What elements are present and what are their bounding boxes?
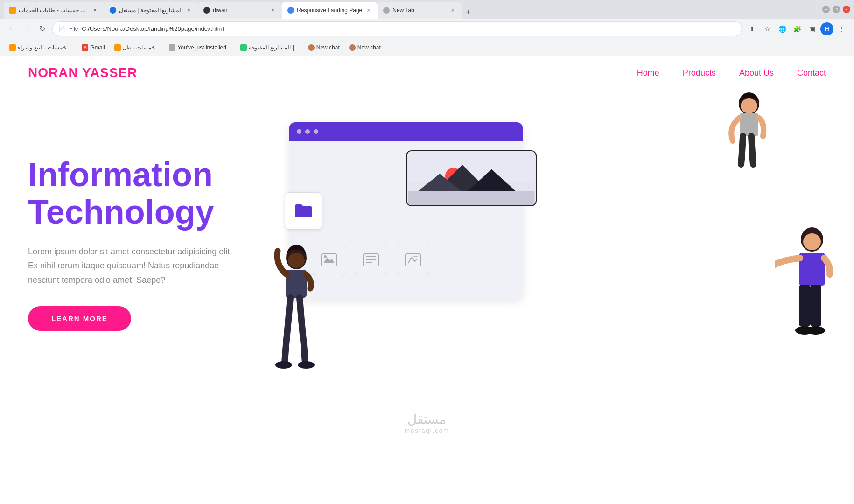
bookmark-gmail-icon: M: [82, 44, 88, 51]
bookmark-mostaql-icon: [240, 44, 247, 51]
bookmark-khamsat2[interactable]: خمسات - طل...: [111, 42, 164, 53]
hero-description: Lorem ipsum dolor sit amet consectetur a…: [28, 245, 233, 287]
title-bar: مجتمع خمسات - طلبات الخدمات × المشاريع ا…: [0, 0, 854, 19]
tab-3[interactable]: diwan ×: [198, 2, 282, 19]
maximize-button[interactable]: □: [833, 6, 840, 13]
nav-links: Home Products About Us Contact: [637, 68, 826, 78]
nav-products[interactable]: Products: [683, 68, 716, 77]
svg-point-0: [288, 8, 293, 13]
tab-1-favicon: [9, 7, 16, 14]
forward-button[interactable]: →: [21, 22, 34, 35]
svg-rect-3: [740, 113, 758, 136]
bookmark-khamsat2-icon: [114, 44, 121, 51]
bookmark-newchat2-icon: [349, 44, 356, 51]
landing-page: NORAN YASSER Home Products About Us Cont…: [0, 56, 854, 443]
tab-3-close[interactable]: ×: [269, 6, 276, 14]
tab-1[interactable]: مجتمع خمسات - طلبات الخدمات ×: [4, 2, 104, 19]
tab-5-label: New Tab: [392, 7, 414, 14]
image-card: [406, 150, 537, 206]
brand-logo: NORAN YASSER: [28, 65, 138, 80]
icon-box-2: [355, 244, 387, 276]
bookmark-gmail[interactable]: M Gmail: [78, 42, 108, 53]
extensions-icon[interactable]: 🧩: [791, 22, 804, 35]
learn-more-button[interactable]: LEARN MORE: [28, 306, 131, 331]
tab-3-favicon: [203, 7, 210, 14]
tab-5-close[interactable]: ×: [449, 6, 456, 14]
url-bar[interactable]: 📄 File C:/Users/Noura/Desktop/landing%20…: [52, 21, 742, 36]
bookmark-newchat1[interactable]: New chat: [304, 42, 343, 53]
window-controls: ─ □ ×: [822, 6, 850, 13]
bookmarks-bar: خمسات - لبيع وشراء ... M Gmail خمسات - ط…: [0, 39, 854, 56]
hero-text: Information Technology Lorem ipsum dolor…: [28, 156, 261, 330]
bookmark-newchat1-label: New chat: [316, 44, 340, 51]
menu-icon[interactable]: ⋮: [835, 22, 848, 35]
svg-point-26: [803, 233, 821, 250]
tab-5-favicon: [383, 7, 390, 14]
svg-rect-30: [810, 285, 821, 327]
account-icon[interactable]: H: [820, 22, 833, 35]
toolbar-icons: ⬆ ☆ 🌐 🧩 ▣ H ⋮: [746, 22, 848, 35]
browser-window: مجتمع خمسات - طلبات الخدمات × المشاريع ا…: [0, 0, 854, 504]
tab-1-close[interactable]: ×: [91, 6, 98, 14]
bookmark-newchat2[interactable]: New chat: [345, 42, 385, 53]
close-window-button[interactable]: ×: [843, 6, 850, 13]
dot-2: [305, 129, 310, 134]
bookmark-khamsat[interactable]: خمسات - لبيع وشراء ...: [6, 42, 76, 53]
hero-title: Information Technology: [28, 156, 261, 230]
tab-4-close[interactable]: ×: [365, 6, 372, 14]
svg-point-24: [298, 361, 315, 369]
bookmark-khamsat-icon: [9, 44, 16, 51]
person-top-illustration: [719, 90, 779, 185]
hero-illustration: [261, 104, 826, 384]
back-button[interactable]: ←: [6, 22, 19, 35]
refresh-button[interactable]: ↻: [35, 22, 49, 35]
bookmark-khamsat2-label: خمسات - طل...: [123, 44, 160, 51]
tab-2-close[interactable]: ×: [185, 6, 192, 14]
layout-icon[interactable]: ▣: [805, 22, 819, 35]
share-icon[interactable]: ⬆: [746, 22, 759, 35]
nav-home[interactable]: Home: [637, 68, 659, 77]
bookmark-installed[interactable]: You've just installed...: [165, 42, 235, 53]
new-tab-button[interactable]: +: [462, 6, 475, 19]
nav-about[interactable]: About Us: [739, 68, 774, 77]
svg-rect-29: [799, 285, 810, 327]
tab-4[interactable]: Responsive Landing Page ×: [282, 2, 378, 19]
file-label: File: [69, 26, 78, 32]
tab-2-favicon: [110, 7, 116, 14]
file-icon: 📄: [58, 26, 65, 32]
watermark-english: mostaql.com: [405, 427, 449, 434]
tab-4-favicon: [287, 7, 294, 14]
tab-3-label: diwan: [213, 7, 227, 14]
person-left-illustration: [266, 242, 331, 374]
tab-2-label: المشاريع المفتوحة | مستقل: [119, 7, 182, 14]
minimize-button[interactable]: ─: [822, 6, 830, 13]
bookmark-gmail-label: Gmail: [90, 44, 105, 51]
hero-title-line1: Information: [28, 156, 213, 193]
dot-3: [314, 129, 318, 134]
icon-box-3: [397, 244, 429, 276]
bookmark-icon[interactable]: ☆: [761, 22, 774, 35]
person-right-illustration: [775, 223, 849, 374]
browser-illus-bar: [289, 122, 523, 141]
tab-1-label: مجتمع خمسات - طلبات الخدمات: [19, 7, 89, 14]
translate-icon[interactable]: 🌐: [776, 22, 789, 35]
url-text: C:/Users/Noura/Desktop/landing%20page/in…: [82, 25, 736, 32]
bookmark-installed-label: You've just installed...: [177, 44, 231, 51]
svg-point-23: [275, 361, 292, 369]
svg-rect-10: [408, 191, 535, 205]
bookmark-newchat2-label: New chat: [357, 44, 381, 51]
hero-title-line2: Technology: [28, 193, 214, 231]
tab-2[interactable]: المشاريع المفتوحة | مستقل ×: [104, 2, 198, 19]
address-bar: ← → ↻ 📄 File C:/Users/Noura/Desktop/land…: [0, 19, 854, 39]
tab-4-label: Responsive Landing Page: [297, 7, 362, 14]
nav-buttons: ← → ↻: [6, 22, 49, 35]
navbar: NORAN YASSER Home Products About Us Cont…: [0, 56, 854, 90]
svg-point-21: [288, 253, 305, 268]
hero-section: Information Technology Lorem ipsum dolor…: [0, 90, 854, 407]
tab-5[interactable]: New Tab ×: [378, 2, 462, 19]
svg-point-2: [741, 98, 757, 113]
bookmark-installed-icon: [169, 44, 175, 51]
bookmark-mostaql[interactable]: المشاريع المفتوحة |...: [237, 42, 302, 53]
nav-contact[interactable]: Contact: [797, 68, 826, 77]
svg-point-32: [806, 326, 825, 335]
